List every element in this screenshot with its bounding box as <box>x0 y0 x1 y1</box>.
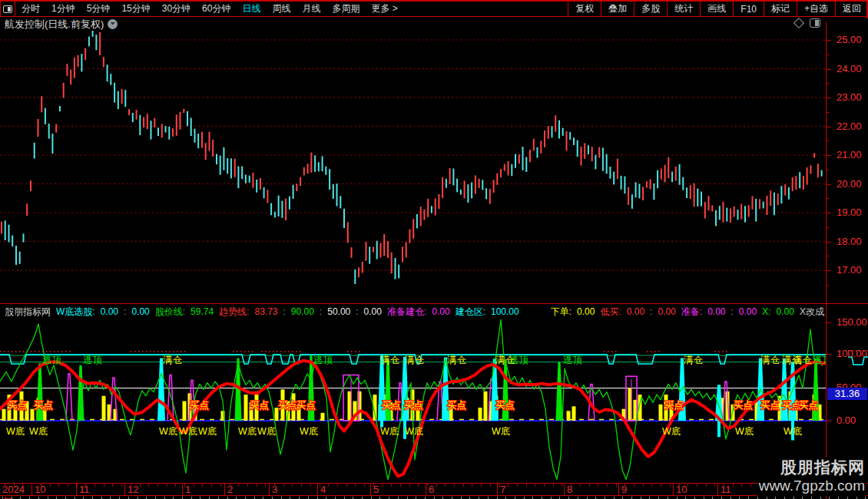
trading-app-window: 分时1分钟5分钟15分钟30分钟60分钟日线周线月线多周期更多 > 复权叠加多股… <box>0 0 868 499</box>
tool-menu-item-5[interactable]: F10 <box>733 2 764 16</box>
layout-toggle-button[interactable] <box>0 2 15 16</box>
date-cell-7[interactable]: 4 <box>318 484 371 495</box>
date-cell-1[interactable]: 10 <box>32 484 77 495</box>
price-tick-25.00: 25.00 <box>837 34 862 45</box>
wdi-label-10: W底 <box>492 426 510 437</box>
date-cell-4[interactable]: 1 <box>183 484 225 495</box>
period-menubar: 分时1分钟5分钟15分钟30分钟60分钟日线周线月线多周期更多 > 复权叠加多股… <box>0 0 868 17</box>
split-window-icon <box>3 5 12 13</box>
taoding-label-2: 逃顶 <box>313 355 333 365</box>
taoding-label-5: 逃顶 <box>813 355 826 365</box>
pane-toggle-icon[interactable] <box>810 18 820 28</box>
wdi-label-8: W底 <box>380 426 399 437</box>
wdi-label-13: W底 <box>784 426 802 437</box>
mancang-label-2: 满仓 <box>405 355 425 365</box>
wdi-label-7: W底 <box>300 426 318 437</box>
indicator-header-item-3: : <box>124 306 126 317</box>
period-menu-item-9[interactable]: 多周期 <box>332 2 359 15</box>
panel-separator <box>0 303 868 304</box>
date-cell-2[interactable]: 11 <box>77 484 125 495</box>
wdi-label-4: W底 <box>198 426 217 437</box>
indicator-header-item-1: W底选股: <box>56 306 95 318</box>
indicator-header-item-15: 准备建仓: <box>387 306 426 318</box>
wdi-label-1: W底 <box>29 426 48 437</box>
price-tick-21.00: 21.00 <box>837 149 862 160</box>
maidian-label-9: 买点 <box>495 400 515 411</box>
wdi-label-11: W底 <box>662 426 681 437</box>
maidian-label-11: 买点 <box>734 400 753 411</box>
period-menu-item-4[interactable]: 30分钟 <box>162 2 190 15</box>
period-menu-item-7[interactable]: 周线 <box>272 2 290 15</box>
taoding-label-4: 逃顶 <box>563 355 583 365</box>
indicator-chart[interactable]: 逃顶逃顶逃顶逃顶逃顶逃顶满仓满仓满仓满仓满仓满仓满仓满仓满仓买点买点买点买点买点… <box>0 319 826 484</box>
maidian-label-7: 买点 <box>404 400 423 411</box>
chevron-down-icon[interactable] <box>108 19 118 29</box>
indicator-header-item-2: 0.00 <box>101 306 118 317</box>
indicator-header-item-26: 0.00 <box>707 306 725 317</box>
mancang-label-1: 满仓 <box>380 355 400 365</box>
period-menu-item-0[interactable]: 分时 <box>22 2 40 15</box>
date-cell-3[interactable]: 12 <box>125 484 183 495</box>
diamond-icon[interactable] <box>793 18 804 28</box>
maidian-label-5: 买点 <box>297 400 316 411</box>
tool-menu-item-1[interactable]: 叠加 <box>601 2 634 16</box>
tool-menu-item-0[interactable]: 复权 <box>568 2 601 16</box>
indicator-header-item-20: 0.00 <box>577 306 595 317</box>
period-menu-item-2[interactable]: 5分钟 <box>87 2 111 15</box>
price-tick-24.00: 24.00 <box>837 63 862 74</box>
date-axis[interactable]: 2024年1011121234567891011 <box>0 483 868 496</box>
mancang-label-6: 满仓 <box>760 355 780 365</box>
period-menu-item-8[interactable]: 月线 <box>302 2 320 15</box>
period-menu-item-6[interactable]: 日线 <box>242 2 260 15</box>
price-tick-18.00: 18.00 <box>837 236 862 247</box>
period-menu-item-1[interactable]: 1分钟 <box>51 2 75 15</box>
tool-menu-item-3[interactable]: 统计 <box>667 2 700 16</box>
mancang-label-5: 满仓 <box>684 355 704 365</box>
indicator-header-item-8: 83.73 <box>254 306 277 317</box>
period-menu-item-3[interactable]: 15分钟 <box>121 2 150 15</box>
mancang-label-4: 满仓 <box>495 355 515 365</box>
wdi-label-0: W底 <box>6 426 25 437</box>
indicator-header-item-29: X: <box>762 306 770 317</box>
price-tick-19.00: 19.00 <box>837 207 862 218</box>
maidian-label-6: 买点 <box>382 400 401 411</box>
indicator-tick-100.00: 100.00 <box>837 348 867 359</box>
watermark: 股朋指标网 www.7gpzb.com <box>757 458 866 496</box>
tool-menu-item-6[interactable]: 标记 <box>764 2 797 16</box>
price-tick-20.00: 20.00 <box>837 178 862 190</box>
indicator-header-item-18: 100.00 <box>491 306 519 317</box>
tool-menu-item-2[interactable]: 多股 <box>634 2 667 16</box>
indicator-header-item-11: : <box>320 306 322 317</box>
indicator-tick-0.00: 0.00 <box>837 415 856 426</box>
indicator-header-item-0: 股朋指标网 <box>5 306 51 318</box>
wdi-label-2: W底 <box>159 426 177 437</box>
stock-titlebar: 航发控制(日线.前复权) <box>0 18 868 31</box>
indicator-header-item-27: : <box>731 306 734 317</box>
indicator-header-item-9: : <box>283 306 285 317</box>
indicator-header-item-16: 0.00 <box>432 306 449 317</box>
date-cell-12[interactable]: 9 <box>619 484 674 495</box>
indicator-header-item-24: 0.00 <box>658 306 675 317</box>
price-chart[interactable] <box>0 31 826 303</box>
date-cell-9[interactable]: 6 <box>426 484 498 495</box>
mancang-label-3: 满仓 <box>447 355 467 365</box>
indicator-header-item-6: 59.74 <box>190 306 214 317</box>
wdi-label-5: W底 <box>238 426 257 437</box>
indicator-header[interactable]: 股朋指标网W底选股:0.00:0.00股价线:59.74趋势线:83.73:90… <box>0 306 825 318</box>
tool-menu-item-7[interactable]: +自选 <box>797 2 835 16</box>
wdi-label-9: W底 <box>405 426 423 437</box>
date-cell-11[interactable]: 8 <box>565 484 619 495</box>
period-menu-item-10[interactable]: 更多 > <box>371 2 397 15</box>
indicator-header-item-14: 0.00 <box>364 306 382 317</box>
price-tick-23.00: 23.00 <box>837 91 862 103</box>
stock-title: 航发控制(日线.前复权) <box>5 18 104 31</box>
price-tick-17.00: 17.00 <box>837 264 862 276</box>
tool-menu-item-8[interactable]: 返回 <box>835 2 868 16</box>
maidian-label-0: 买点 <box>8 400 27 411</box>
tool-menu-item-4[interactable]: 画线 <box>700 2 733 16</box>
maidian-label-4: 买点 <box>278 400 297 411</box>
period-menu-item-5[interactable]: 60分钟 <box>202 2 230 15</box>
wdi-label-12: W底 <box>735 426 754 437</box>
maidian-label-12: 买点 <box>760 400 780 411</box>
maidian-label-1: 买点 <box>34 400 53 411</box>
